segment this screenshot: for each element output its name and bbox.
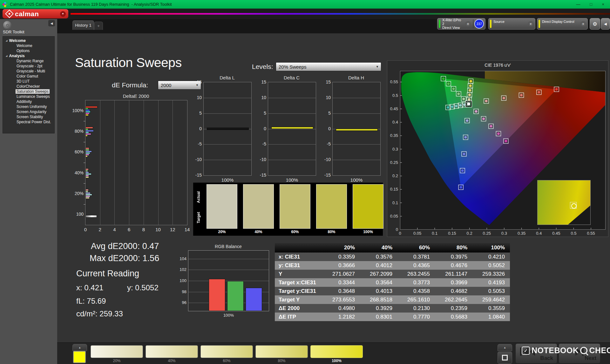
x-axis-label: 100% [188, 313, 269, 318]
tab-strip: History 1 + X-Rite i1Pro 2Direct View ▼ … [57, 19, 610, 33]
collapse-panel-button[interactable]: ◀ [601, 18, 610, 30]
table-row: Target Y273.6553268.8518265.1610262.2645… [275, 295, 510, 304]
y-tick-label: -10 [319, 157, 331, 162]
meter-status-bar [439, 20, 440, 28]
levels-select[interactable]: 20% Sweeps ▼ [276, 62, 381, 71]
gridline [204, 98, 251, 98]
meter-label: X-Rite i1Pro 2Direct View [442, 18, 464, 30]
max-de2000: Max dE2000: 1.56 [90, 253, 159, 263]
y-tick-label: -15 [254, 172, 266, 178]
expand-patch-panel-button[interactable]: ▲ [72, 344, 87, 351]
sequence-swatch-80%[interactable] [255, 345, 308, 358]
tree-item-label: Welcome [16, 44, 33, 48]
tree-group-label: Analysis [9, 54, 24, 58]
stop-button[interactable] [498, 352, 512, 364]
sequence-swatch-20%[interactable] [91, 345, 143, 358]
chevron-down-icon[interactable]: ▼ [528, 21, 533, 27]
sidebar-item-welcome[interactable]: Welcome [3, 43, 54, 48]
minimize-button[interactable]: — [576, 2, 580, 7]
sidebar-item-screen-stability[interactable]: Screen Stability [3, 114, 54, 119]
calman-menu-button[interactable]: calman ▼ [3, 9, 68, 18]
tab-history-1[interactable]: History 1 [72, 20, 94, 30]
tree-group-analysis[interactable]: ◢Analysis [3, 53, 54, 58]
sidebar-item-colorchecker[interactable]: ColorChecker [3, 84, 54, 89]
expand-nav-panel-button[interactable]: ▲ [498, 344, 512, 351]
sidebar-item-grayscale-2pt[interactable]: Grayscale - 2pt [3, 64, 54, 69]
table-cell: 262.2645 [435, 297, 472, 303]
sidebar-item-dynamic-range[interactable]: Dynamic Range [3, 58, 54, 64]
chevron-down-icon[interactable]: ▼ [580, 21, 586, 27]
bar-yellow [85, 135, 88, 137]
y-tick-label: 5 [254, 111, 266, 116]
source-dropdown[interactable]: Source ▼ [488, 18, 535, 30]
table-cell: 0.3344 [322, 280, 360, 286]
notebookcheck-watermark: ✓ NOTEBOOK CHECK [522, 346, 610, 355]
patch-label: 80% [316, 230, 347, 234]
add-tab-button[interactable]: + [94, 22, 103, 30]
sidebar-item-screen-angularity[interactable]: Screen Angularity [3, 109, 54, 114]
sidebar-collapse-button[interactable]: ◀ [48, 20, 55, 26]
table-cell: 0.3576 [360, 254, 397, 260]
tree-expand-icon[interactable]: ◢ [6, 39, 7, 42]
table-column-header: 100% [472, 245, 510, 251]
de-formula-label: dE Formula: [112, 81, 148, 89]
target-label: Target [196, 207, 201, 228]
sidebar-title: SDR Toolkit [3, 30, 24, 34]
cie-y-tick-label: 0.05 [387, 214, 398, 219]
sidebar-item-color-gamut[interactable]: Color Gamut [3, 74, 54, 79]
cie-measured-point-green [447, 82, 450, 85]
cie-measured-point-blue [465, 119, 469, 122]
maximize-button[interactable]: □ [590, 2, 593, 7]
table-row-label: ΔE ITP [275, 314, 322, 320]
sidebar-item-luminance-sweeps[interactable]: Luminance Sweeps [3, 94, 54, 99]
bar-blue [246, 288, 262, 311]
sidebar-item-options[interactable]: Options [3, 48, 54, 53]
bar-white [85, 215, 97, 218]
bar-red [209, 279, 225, 311]
table-cell: 0.3564 [360, 280, 397, 286]
levels-label: Levels: [252, 63, 273, 71]
tree-expand-icon[interactable]: ◢ [6, 55, 7, 57]
de-formula-value: 2000 [158, 83, 171, 88]
sidebar-item-3d-lut[interactable]: 3D LUT [3, 79, 54, 84]
table-cell: 1.0840 [472, 314, 510, 320]
sidebar-pin-button[interactable] [3, 21, 11, 29]
workflow-tree: ◢WelcomeWelcomeOptions◢AnalysisDynamic R… [3, 36, 55, 133]
sidebar-item-additivity[interactable]: Additivity [3, 99, 54, 104]
table-row-label: y: CIE31 [275, 262, 322, 269]
sequence-swatch-label: 40% [146, 359, 198, 363]
tree-item-label: Screen Uniformity [16, 104, 48, 109]
sequence-swatch-40%[interactable] [146, 345, 198, 358]
y-tick [84, 204, 85, 205]
cie-measured-point-magenta [490, 125, 493, 128]
levels-value: 20% Sweeps [276, 64, 307, 70]
meter-dropdown[interactable]: X-Rite i1Pro 2Direct View ▼ 237 [437, 18, 485, 30]
display-control-dropdown[interactable]: Direct Display Control ▼ [537, 18, 588, 30]
sequence-swatch-100%[interactable] [310, 345, 363, 358]
gridline [268, 113, 316, 114]
table-row-label: Target y:CIE31 [275, 288, 322, 294]
cie-y-tick-label: 0.4 [387, 120, 398, 125]
sequence-swatch-60%[interactable] [200, 345, 253, 358]
cie-measured-point-green [457, 92, 460, 95]
y-tick-label: 102 [174, 267, 186, 272]
cie-title: CIE 1976 u'v' [387, 63, 608, 68]
tree-group-welcome[interactable]: ◢Welcome [3, 38, 54, 43]
chevron-down-icon[interactable]: ▼ [60, 11, 66, 17]
table-cell: 261.1147 [435, 271, 472, 277]
sidebar-item-screen-uniformity[interactable]: Screen Uniformity [3, 104, 54, 109]
chevron-down-icon[interactable]: ▼ [465, 21, 471, 27]
y-tick [84, 121, 85, 121]
cie-measured-point-yellow [468, 93, 471, 97]
y-tick [84, 142, 85, 142]
close-button[interactable]: × [602, 2, 604, 7]
display-control-label: Direct Display Control [542, 20, 574, 24]
sidebar-item-saturation-sweeps[interactable]: Saturation Sweeps [3, 89, 54, 94]
sidebar-item-spectral-power-dist-[interactable]: Spectral Power Dist. [3, 119, 54, 125]
sidebar-item-grayscale-multi[interactable]: Grayscale - Multi [3, 69, 54, 74]
bar-green [227, 281, 244, 311]
table-cell: 0.4358 [397, 288, 435, 294]
settings-button[interactable]: ⚙ [590, 18, 600, 30]
delta-l-title: Delta L [203, 75, 251, 80]
tree-item-label: ColorChecker [16, 84, 41, 89]
